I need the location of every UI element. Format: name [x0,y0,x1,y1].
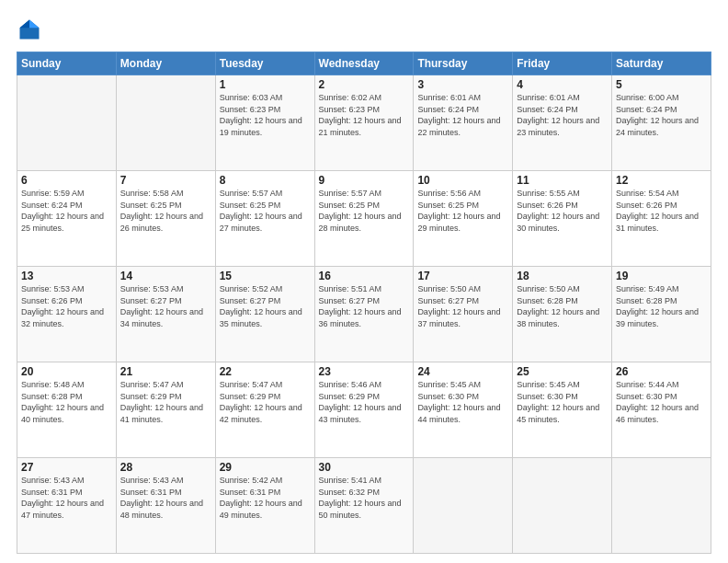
logo-icon [17,17,42,42]
calendar-day-cell: 1Sunrise: 6:03 AMSunset: 6:23 PMDaylight… [215,75,314,171]
day-info: Sunrise: 5:55 AMSunset: 6:26 PMDaylight:… [517,188,608,234]
day-info: Sunrise: 5:43 AMSunset: 6:31 PMDaylight:… [120,475,211,521]
day-info: Sunrise: 5:49 AMSunset: 6:28 PMDaylight:… [616,283,707,329]
calendar-day-cell: 30Sunrise: 5:41 AMSunset: 6:32 PMDayligh… [314,458,414,554]
day-info: Sunrise: 5:53 AMSunset: 6:26 PMDaylight:… [21,283,112,329]
weekday-header: Friday [513,52,612,75]
day-number: 14 [120,270,211,282]
calendar-day-cell: 13Sunrise: 5:53 AMSunset: 6:26 PMDayligh… [17,267,117,362]
calendar-day-cell [17,75,117,171]
day-info: Sunrise: 5:57 AMSunset: 6:25 PMDaylight:… [319,188,410,234]
day-info: Sunrise: 6:00 AMSunset: 6:24 PMDaylight:… [616,92,707,138]
calendar-day-cell: 8Sunrise: 5:57 AMSunset: 6:25 PMDaylight… [215,171,314,267]
calendar-day-cell: 7Sunrise: 5:58 AMSunset: 6:25 PMDaylight… [116,171,215,267]
calendar-day-cell: 5Sunrise: 6:00 AMSunset: 6:24 PMDaylight… [612,75,711,171]
day-number: 15 [220,270,311,282]
calendar-day-cell: 3Sunrise: 6:01 AMSunset: 6:24 PMDaylight… [414,75,513,171]
calendar-day-cell: 24Sunrise: 5:45 AMSunset: 6:30 PMDayligh… [414,362,513,458]
day-number: 27 [21,461,112,474]
day-number: 10 [417,174,508,187]
day-number: 1 [220,78,311,91]
calendar-day-cell [414,458,513,554]
calendar-header-row: SundayMondayTuesdayWednesdayThursdayFrid… [17,52,711,75]
day-number: 26 [616,365,707,378]
calendar-week-row: 1Sunrise: 6:03 AMSunset: 6:23 PMDaylight… [17,75,711,171]
weekday-header: Wednesday [314,52,414,75]
calendar-day-cell: 22Sunrise: 5:47 AMSunset: 6:29 PMDayligh… [215,362,314,458]
calendar-day-cell [513,458,612,554]
day-info: Sunrise: 5:43 AMSunset: 6:31 PMDaylight:… [21,475,112,521]
calendar-day-cell: 18Sunrise: 5:50 AMSunset: 6:28 PMDayligh… [513,267,612,362]
day-info: Sunrise: 5:59 AMSunset: 6:24 PMDaylight:… [21,188,112,234]
day-info: Sunrise: 5:50 AMSunset: 6:27 PMDaylight:… [417,283,508,329]
calendar-day-cell [612,458,711,554]
calendar-day-cell: 12Sunrise: 5:54 AMSunset: 6:26 PMDayligh… [612,171,711,267]
day-number: 5 [616,78,707,91]
calendar-day-cell: 6Sunrise: 5:59 AMSunset: 6:24 PMDaylight… [17,171,117,267]
day-info: Sunrise: 5:46 AMSunset: 6:29 PMDaylight:… [319,379,410,425]
weekday-header: Monday [116,52,215,75]
day-number: 16 [319,270,410,282]
calendar-day-cell: 10Sunrise: 5:56 AMSunset: 6:25 PMDayligh… [414,171,513,267]
calendar-day-cell: 20Sunrise: 5:48 AMSunset: 6:28 PMDayligh… [17,362,117,458]
day-info: Sunrise: 5:50 AMSunset: 6:28 PMDaylight:… [517,283,608,329]
day-info: Sunrise: 5:47 AMSunset: 6:29 PMDaylight:… [220,379,311,425]
calendar-day-cell: 29Sunrise: 5:42 AMSunset: 6:31 PMDayligh… [215,458,314,554]
page: SundayMondayTuesdayWednesdayThursdayFrid… [0,0,728,563]
calendar-day-cell [116,75,215,171]
day-info: Sunrise: 5:51 AMSunset: 6:27 PMDaylight:… [319,283,410,329]
calendar-week-row: 27Sunrise: 5:43 AMSunset: 6:31 PMDayligh… [17,458,711,554]
day-info: Sunrise: 5:57 AMSunset: 6:25 PMDaylight:… [220,188,311,234]
day-number: 25 [517,365,608,378]
day-number: 8 [220,174,311,187]
svg-marker-1 [29,20,40,29]
calendar-day-cell: 11Sunrise: 5:55 AMSunset: 6:26 PMDayligh… [513,171,612,267]
day-info: Sunrise: 5:58 AMSunset: 6:25 PMDaylight:… [120,188,211,234]
calendar-day-cell: 4Sunrise: 6:01 AMSunset: 6:24 PMDaylight… [513,75,612,171]
weekday-header: Saturday [612,52,711,75]
calendar-day-cell: 21Sunrise: 5:47 AMSunset: 6:29 PMDayligh… [116,362,215,458]
day-number: 11 [517,174,608,187]
calendar-week-row: 20Sunrise: 5:48 AMSunset: 6:28 PMDayligh… [17,362,711,458]
day-number: 30 [319,461,410,474]
day-number: 21 [120,365,211,378]
calendar-day-cell: 23Sunrise: 5:46 AMSunset: 6:29 PMDayligh… [314,362,414,458]
day-info: Sunrise: 5:53 AMSunset: 6:27 PMDaylight:… [120,283,211,329]
calendar-day-cell: 14Sunrise: 5:53 AMSunset: 6:27 PMDayligh… [116,267,215,362]
day-info: Sunrise: 5:56 AMSunset: 6:25 PMDaylight:… [417,188,508,234]
weekday-header: Tuesday [215,52,314,75]
day-number: 17 [417,270,508,282]
day-number: 9 [319,174,410,187]
calendar-day-cell: 16Sunrise: 5:51 AMSunset: 6:27 PMDayligh… [314,267,414,362]
calendar-day-cell: 2Sunrise: 6:02 AMSunset: 6:23 PMDaylight… [314,75,414,171]
day-number: 23 [319,365,410,378]
day-number: 20 [21,365,112,378]
day-number: 22 [220,365,311,378]
logo [17,17,46,42]
day-info: Sunrise: 5:44 AMSunset: 6:30 PMDaylight:… [616,379,707,425]
day-number: 2 [319,78,410,91]
day-number: 24 [417,365,508,378]
day-number: 13 [21,270,112,282]
header [17,17,711,42]
day-info: Sunrise: 5:48 AMSunset: 6:28 PMDaylight:… [21,379,112,425]
day-number: 4 [517,78,608,91]
day-info: Sunrise: 5:41 AMSunset: 6:32 PMDaylight:… [319,475,410,521]
day-info: Sunrise: 6:02 AMSunset: 6:23 PMDaylight:… [319,92,410,138]
day-info: Sunrise: 5:42 AMSunset: 6:31 PMDaylight:… [220,475,311,521]
day-number: 19 [616,270,707,282]
day-info: Sunrise: 6:01 AMSunset: 6:24 PMDaylight:… [517,92,608,138]
day-info: Sunrise: 5:47 AMSunset: 6:29 PMDaylight:… [120,379,211,425]
day-number: 28 [120,461,211,474]
calendar-table: SundayMondayTuesdayWednesdayThursdayFrid… [17,52,711,554]
day-number: 29 [220,461,311,474]
day-info: Sunrise: 6:01 AMSunset: 6:24 PMDaylight:… [417,92,508,138]
calendar-day-cell: 27Sunrise: 5:43 AMSunset: 6:31 PMDayligh… [17,458,117,554]
day-number: 18 [517,270,608,282]
svg-marker-2 [20,20,30,29]
day-info: Sunrise: 5:45 AMSunset: 6:30 PMDaylight:… [517,379,608,425]
calendar-week-row: 6Sunrise: 5:59 AMSunset: 6:24 PMDaylight… [17,171,711,267]
day-info: Sunrise: 6:03 AMSunset: 6:23 PMDaylight:… [220,92,311,138]
calendar-day-cell: 19Sunrise: 5:49 AMSunset: 6:28 PMDayligh… [612,267,711,362]
day-info: Sunrise: 5:45 AMSunset: 6:30 PMDaylight:… [417,379,508,425]
